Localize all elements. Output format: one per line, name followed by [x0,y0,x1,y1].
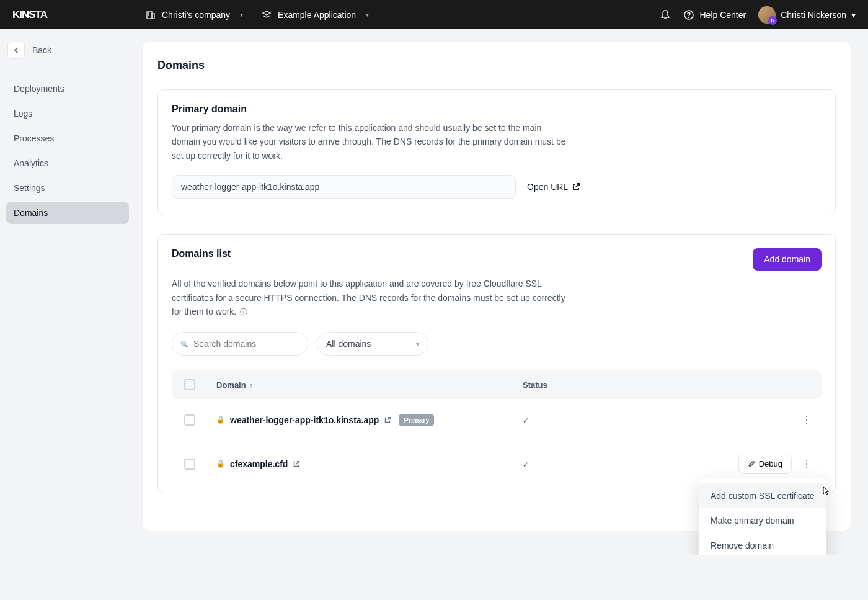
primary-domain-input[interactable] [172,175,516,199]
external-link-icon[interactable] [384,416,391,424]
primary-domain-description: Your primary domain is the way we refer … [172,121,569,163]
building-icon [146,10,156,20]
back-label: Back [32,45,51,55]
debug-label: Debug [759,459,782,468]
domains-list-description: All of the verified domains below point … [172,277,569,318]
main-content: Domains Primary domain Your primary doma… [135,29,868,555]
lock-icon: 🔒 [216,416,225,424]
svg-marker-5 [263,11,270,15]
chevron-down-icon: ▾ [366,11,369,18]
dropdown-make-primary[interactable]: Make primary domain [699,508,826,533]
row-actions-menu[interactable]: ⋮ [799,455,814,472]
app-header: KINSTA Christi's company ▾ Example Appli… [0,0,868,29]
search-domains-input[interactable] [172,332,308,356]
search-domains-input-wrapper: 🔍 [172,332,308,356]
company-label: Christi's company [162,10,230,20]
bell-icon[interactable] [660,9,671,20]
status-ok-icon: ✓ [523,416,529,425]
primary-domain-title: Primary domain [172,104,822,115]
page-title: Domains [157,59,836,72]
filter-label: All domains [326,339,371,349]
dropdown-add-ssl[interactable]: Add custom SSL certificate [699,483,826,508]
user-menu[interactable]: Christi Nickerson ▾ [758,6,856,24]
search-icon: 🔍 [180,341,188,347]
open-url-label: Open URL [527,182,568,192]
chevron-down-icon: ▾ [416,341,419,347]
status-ok-icon: ✓ [523,460,529,469]
external-link-icon[interactable] [293,460,300,468]
row-checkbox[interactable] [184,414,195,426]
sidebar-item-settings[interactable]: Settings [6,177,129,199]
kinsta-logo: KINSTA [12,9,65,20]
svg-rect-2 [152,14,154,19]
back-button[interactable] [7,42,25,59]
table-row: 🔒 cfexample.cfd ✓ [172,441,822,486]
external-link-icon [572,182,580,191]
sidebar: Back Deployments Logs Processes Analytic… [0,29,135,555]
app-label: Example Application [278,10,356,20]
sidebar-item-analytics[interactable]: Analytics [6,152,129,174]
app-selector[interactable]: Example Application ▾ [262,10,369,20]
domains-list-title: Domains list [172,248,231,259]
domain-name: cfexample.cfd [230,459,288,469]
sidebar-item-domains[interactable]: Domains [6,202,129,224]
domains-list-section: Domains list Add domain All of the verif… [157,234,836,493]
debug-button[interactable]: Debug [738,454,792,474]
table-row: 🔒 weather-logger-app-itk1o.kinsta.app Pr… [172,399,822,441]
primary-badge: Primary [399,414,434,426]
chevron-down-icon: ▾ [851,10,856,20]
svg-text:KINSTA: KINSTA [12,9,48,20]
info-icon[interactable]: ⓘ [240,308,247,316]
domains-table: Domain ↑ Status 🔒 weather-logger-app-itk… [172,370,822,486]
layers-icon [262,10,272,20]
avatar [758,6,776,24]
chevron-down-icon: ▾ [240,11,243,18]
svg-point-8 [689,17,689,17]
sidebar-item-deployments[interactable]: Deployments [6,78,129,100]
row-actions-dropdown: Add custom SSL certificate Make primary … [699,478,826,555]
user-name: Christi Nickerson [781,10,846,20]
row-actions-menu[interactable]: ⋮ [799,411,814,428]
help-center-link[interactable]: Help Center [683,9,746,20]
company-selector[interactable]: Christi's company ▾ [146,10,243,20]
table-header: Domain ↑ Status [172,370,822,399]
domain-name: weather-logger-app-itk1o.kinsta.app [230,415,379,425]
row-checkbox[interactable] [184,459,195,470]
select-all-checkbox[interactable] [184,379,195,390]
primary-domain-section: Primary domain Your primary domain is th… [157,89,836,215]
column-status[interactable]: Status [523,380,740,390]
help-icon [683,9,694,20]
domain-filter-select[interactable]: All domains ▾ [317,332,428,356]
open-url-link[interactable]: Open URL [527,182,580,192]
help-label: Help Center [699,10,746,20]
sort-ascending-icon: ↑ [249,382,253,389]
column-domain[interactable]: Domain ↑ [216,380,523,390]
dropdown-remove-domain[interactable]: Remove domain [699,533,826,555]
sidebar-item-logs[interactable]: Logs [6,102,129,125]
sidebar-item-processes[interactable]: Processes [6,127,129,150]
wrench-icon [748,460,755,468]
add-domain-button[interactable]: Add domain [753,248,822,271]
lock-icon: 🔒 [216,460,225,468]
